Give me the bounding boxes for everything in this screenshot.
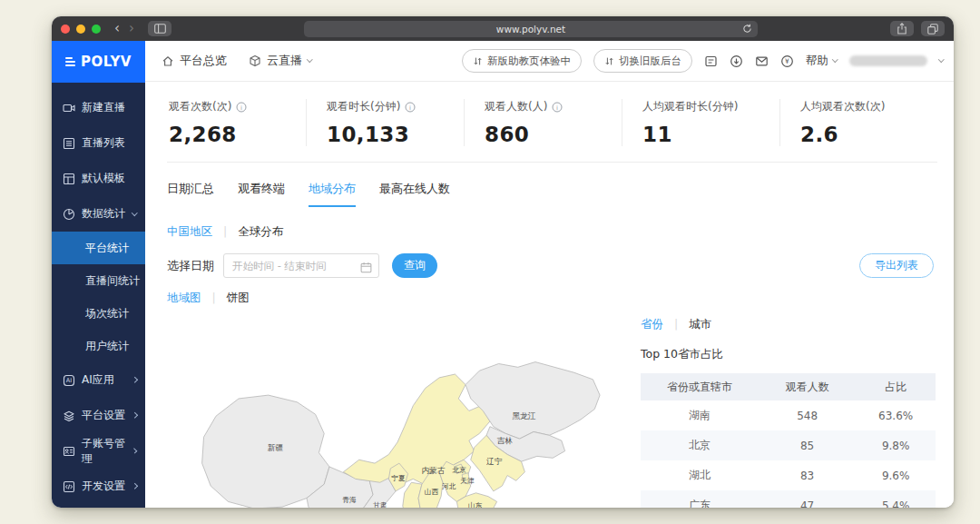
- calendar-icon[interactable]: [360, 260, 372, 277]
- new-assistant-page-pill[interactable]: 新版助教页体验中: [462, 49, 582, 73]
- stat-value: 2.6: [800, 123, 937, 146]
- chevron-right-icon: [132, 412, 137, 418]
- query-button[interactable]: 查询: [392, 253, 437, 278]
- table-row: 北京 85 9.8%: [641, 430, 936, 460]
- tab-view-terminal[interactable]: 观看终端: [238, 181, 285, 207]
- map-label-jilin: 吉林: [497, 436, 514, 445]
- sidebar-subitem-room-statistics[interactable]: 直播间统计: [52, 264, 145, 297]
- province-xinjiang[interactable]: [202, 395, 329, 508]
- sidebar-item-ai-apps[interactable]: AI AI应用: [52, 362, 145, 398]
- stat-avg-views: 人均观看次数(次) 2.6: [779, 99, 937, 146]
- sidebar-toggle-button[interactable]: [148, 21, 172, 36]
- sidebar-item-label: 默认模板: [82, 171, 125, 186]
- toggle-china-region[interactable]: 中国地区: [167, 224, 212, 238]
- info-icon[interactable]: i: [236, 102, 247, 113]
- close-window-button[interactable]: [61, 25, 70, 34]
- date-range-input[interactable]: [223, 253, 379, 278]
- table-header-row: 省份或直辖市 观看人数 占比: [641, 373, 936, 400]
- info-icon[interactable]: i: [552, 102, 563, 113]
- stat-value: 11: [642, 123, 779, 146]
- cell-share: 63.6%: [856, 400, 936, 430]
- chevron-down-icon: [307, 56, 312, 62]
- map-label-gansu: 甘肃: [373, 501, 387, 508]
- svg-text:AI: AI: [66, 377, 72, 384]
- nav-label: 平台总览: [180, 53, 227, 69]
- info-icon[interactable]: i: [405, 102, 416, 113]
- sidebar-subitem-label: 平台统计: [85, 241, 129, 256]
- nav-cloud-live[interactable]: 云直播: [249, 53, 312, 69]
- toggle-pie-chart[interactable]: 饼图: [227, 291, 250, 304]
- column-header-viewers: 观看人数: [759, 373, 856, 400]
- help-menu[interactable]: 帮助: [806, 54, 838, 69]
- chevron-down-icon: [132, 210, 137, 215]
- help-label: 帮助: [806, 54, 828, 69]
- stat-label: 人均观看次数(次): [800, 99, 885, 114]
- toggle-province[interactable]: 省份: [641, 317, 663, 331]
- date-range-wrap: [223, 253, 379, 278]
- sidebar-item-label: 数据统计: [82, 206, 125, 222]
- sidebar-item-live-list[interactable]: 直播列表: [52, 125, 145, 161]
- share-icon: [897, 23, 907, 35]
- sidebar-item-developer-settings[interactable]: 开发设置: [52, 469, 145, 504]
- sidebar-subitem-user-statistics[interactable]: 用户统计: [52, 330, 145, 362]
- table-row: 湖北 83 9.6%: [641, 460, 936, 490]
- cube-icon: [249, 54, 261, 67]
- main-area: 平台总览 云直播 新版助教页体验中: [145, 41, 954, 508]
- account-name-redacted[interactable]: [849, 55, 927, 66]
- sidebar-item-platform-settings[interactable]: 平台设置: [52, 398, 145, 433]
- sidebar-item-new-live[interactable]: 新建直播: [52, 90, 145, 125]
- sidebar-subitem-platform-statistics[interactable]: 平台统计: [52, 232, 145, 264]
- map-label-neimenggu: 内蒙古: [421, 466, 445, 475]
- map-label-beijing: 北京: [453, 466, 467, 474]
- switch-old-console-pill[interactable]: 切换旧版后台: [593, 49, 692, 73]
- chevron-down-icon: [938, 56, 944, 62]
- divider: |: [674, 317, 678, 331]
- tab-date-summary[interactable]: 日期汇总: [167, 181, 214, 207]
- pill-label: 新版助教页体验中: [487, 54, 571, 68]
- tabs-overview-button[interactable]: [921, 21, 945, 36]
- minimize-window-button[interactable]: [76, 25, 85, 34]
- address-bar[interactable]: www.polyv.net: [304, 21, 758, 37]
- sidebar-item-label: 新建直播: [82, 100, 125, 115]
- share-button[interactable]: [890, 21, 914, 36]
- billing-button[interactable]: ¥: [780, 54, 794, 68]
- stat-avg-duration: 人均观看时长(分钟) 11: [622, 99, 779, 146]
- sidebar-item-subaccount-management[interactable]: 子账号管理: [52, 433, 145, 469]
- sidebar-item-data-statistics[interactable]: 数据统计: [52, 196, 145, 232]
- tab-max-online[interactable]: 最高在线人数: [379, 181, 450, 207]
- stat-tabs: 日期汇总 观看终端 地域分布 最高在线人数: [167, 181, 937, 207]
- sidebar-item-label: 开发设置: [82, 479, 125, 494]
- sidebar-subitem-session-statistics[interactable]: 场次统计: [52, 297, 145, 330]
- svg-text:¥: ¥: [785, 57, 789, 65]
- toggle-global-distribution[interactable]: 全球分布: [238, 224, 283, 238]
- hamburger-menu-icon[interactable]: [65, 57, 75, 66]
- china-map: 新疆 青海 甘肃 宁夏 内蒙古 黑龙江 吉林 辽宁 北京 天津 河北: [171, 350, 624, 508]
- export-list-button[interactable]: 导出列表: [859, 253, 934, 278]
- stat-viewer-count: 观看人数(人) i 860: [464, 99, 622, 146]
- messages-button[interactable]: [755, 54, 769, 68]
- toggle-region-map[interactable]: 地域图: [167, 291, 201, 304]
- camera-icon: [63, 102, 75, 114]
- cell-share: 5.4%: [856, 490, 936, 508]
- toggle-city[interactable]: 城市: [689, 317, 711, 331]
- maximize-window-button[interactable]: [92, 25, 101, 34]
- chevron-right-icon: [132, 377, 137, 382]
- table-row: 广东 47 5.4%: [641, 490, 936, 508]
- tab-region-distribution[interactable]: 地域分布: [309, 181, 356, 207]
- pill-label: 切换旧版后台: [619, 54, 681, 68]
- province-heilongjiang[interactable]: [466, 362, 600, 440]
- map-label-liaoning: 辽宁: [486, 457, 503, 466]
- back-button[interactable]: ‹: [114, 22, 120, 35]
- logo[interactable]: POLYV: [52, 41, 145, 83]
- nav-platform-overview[interactable]: 平台总览: [162, 53, 227, 69]
- sidebar-item-default-template[interactable]: 默认模板: [52, 161, 145, 196]
- reload-icon[interactable]: [742, 24, 752, 35]
- form-button[interactable]: [704, 54, 718, 68]
- ai-icon: AI: [63, 374, 75, 387]
- sidebar-menu: 新建直播 直播列表 默认模板 数据统计: [52, 83, 145, 504]
- template-icon: [63, 173, 75, 185]
- cell-viewers: 83: [759, 460, 856, 490]
- forward-button[interactable]: ›: [129, 22, 134, 35]
- download-button[interactable]: [730, 54, 743, 68]
- stat-watch-duration: 观看时长(分钟) i 10,133: [306, 99, 464, 146]
